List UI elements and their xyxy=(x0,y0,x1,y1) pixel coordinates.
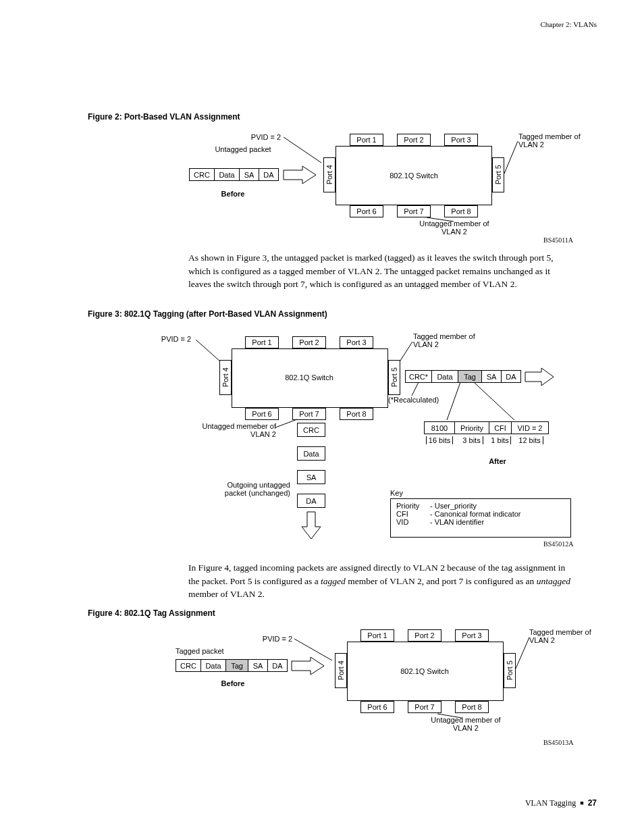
port6: Port 6 xyxy=(245,408,279,420)
vpkt-da: DA xyxy=(297,494,325,508)
figure-number: BS45012A xyxy=(543,540,573,548)
pkt-tag: Tag xyxy=(225,659,248,672)
port1: Port 1 xyxy=(360,629,394,642)
svg-line-9 xyxy=(474,382,514,420)
figure-number: BS45013A xyxy=(543,739,573,746)
svg-line-7 xyxy=(412,382,419,396)
body-paragraph-1: As shown in Figure 3, the untagged packe… xyxy=(188,251,573,291)
page-header: Chapter 2: VLANs xyxy=(540,20,597,28)
recalculated-label: (*Recalculated) xyxy=(388,396,456,404)
svg-line-5 xyxy=(400,342,412,361)
pktout-sa: SA xyxy=(481,370,502,383)
port4: Port 4 xyxy=(323,157,336,192)
port5: Port 5 xyxy=(388,360,400,395)
arrow-icon xyxy=(282,166,323,184)
untagged-member-label: Untagged memeber of VLAN 2 xyxy=(188,422,276,438)
line-icon xyxy=(504,141,519,175)
pkt-data: Data xyxy=(214,168,240,181)
bits-12: 12 bits xyxy=(511,436,549,444)
pkt-crc: CRC xyxy=(176,659,201,672)
figure3-caption: Figure 3: 802.1Q Tagging (after Port-Bas… xyxy=(88,309,327,319)
untagged-member-label: Untagged member of VLAN 2 xyxy=(410,219,498,236)
svg-line-13 xyxy=(294,639,332,660)
pkt-sa: SA xyxy=(239,168,259,181)
port7: Port 7 xyxy=(408,701,441,713)
pkt-da: DA xyxy=(259,168,279,181)
pvid-line xyxy=(284,137,324,178)
tagfield-vid: VID = 2 xyxy=(511,421,549,434)
figure-number: BS45011A xyxy=(543,236,573,244)
port3: Port 3 xyxy=(455,629,489,642)
pkt-data: Data xyxy=(200,659,226,672)
after-label: After xyxy=(481,457,514,465)
untagged-packet-label: Untagged packet xyxy=(206,145,280,153)
port2: Port 2 xyxy=(292,336,326,348)
port8: Port 8 xyxy=(455,701,489,713)
pvid-label: PVID = 2 xyxy=(246,133,286,141)
port4: Port 4 xyxy=(335,653,347,688)
line-icon xyxy=(516,637,531,671)
svg-line-1 xyxy=(284,137,321,163)
svg-line-2 xyxy=(504,141,518,174)
switch-label: 802.1Q Switch xyxy=(370,172,458,180)
switch-label: 802.1Q Switch xyxy=(265,373,353,382)
pktout-da: DA xyxy=(501,370,521,383)
svg-marker-11 xyxy=(302,512,321,539)
vpkt-data: Data xyxy=(297,446,325,461)
line-icon xyxy=(275,419,299,429)
arrow-icon xyxy=(524,368,558,386)
svg-marker-0 xyxy=(284,166,316,184)
tagged-packet-label: Tagged packet xyxy=(176,647,243,655)
svg-line-14 xyxy=(516,637,529,669)
port8: Port 8 xyxy=(340,408,373,420)
line-icon xyxy=(196,340,223,367)
port6: Port 6 xyxy=(360,701,394,713)
tagged-member-label: Tagged member of VLAN 2 xyxy=(518,132,593,149)
tagfield-cfi: CFI xyxy=(489,421,512,434)
svg-marker-12 xyxy=(292,657,324,675)
key-title: Key xyxy=(390,489,417,497)
outgoing-label: Outgoing untagged packet (unchanged) xyxy=(209,481,290,497)
svg-line-4 xyxy=(196,340,220,361)
port3: Port 3 xyxy=(444,134,478,146)
port5: Port 5 xyxy=(492,157,504,192)
bits-1: 1 bits xyxy=(487,436,513,444)
line-icon xyxy=(412,382,425,397)
pvid-label: PVID = 2 xyxy=(257,635,298,643)
port2: Port 2 xyxy=(408,629,441,642)
figure4-caption: Figure 4: 802.1Q Tag Assignment xyxy=(88,608,215,618)
port5: Port 5 xyxy=(504,653,516,688)
fanout-lines xyxy=(447,382,514,423)
vpkt-sa: SA xyxy=(297,470,325,484)
tagfield-priority: Priority xyxy=(454,421,489,434)
port6: Port 6 xyxy=(350,205,383,217)
before-label: Before xyxy=(213,679,253,687)
bits-16: 16 bits xyxy=(424,436,455,444)
port2: Port 2 xyxy=(397,134,431,146)
down-arrow-icon xyxy=(302,511,321,540)
tagged-member-label: Tagged member of VLAN 2 xyxy=(529,628,603,644)
port4: Port 4 xyxy=(219,360,232,395)
pktout-crc: CRC* xyxy=(405,370,432,383)
pvid-label: PVID = 2 xyxy=(156,335,196,343)
vpkt-crc: CRC xyxy=(297,423,325,437)
bits-3: 3 bits xyxy=(454,436,489,444)
pktout-data: Data xyxy=(431,370,458,383)
port7: Port 7 xyxy=(292,408,326,420)
port1: Port 1 xyxy=(245,336,279,348)
pktout-tag: Tag xyxy=(458,370,482,383)
body-paragraph-2: In Figure 4, tagged incoming packets are… xyxy=(188,561,573,601)
pkt-crc: CRC xyxy=(189,168,215,181)
switch-label: 802.1Q Switch xyxy=(381,667,468,675)
port1: Port 1 xyxy=(350,134,383,146)
svg-line-10 xyxy=(275,419,297,427)
tagged-member-label: Tagged member of VLAN 2 xyxy=(413,332,487,348)
arrow-icon xyxy=(290,657,331,675)
line-icon xyxy=(294,639,335,666)
pkt-da: DA xyxy=(267,659,288,672)
port8: Port 8 xyxy=(444,205,478,217)
port7: Port 7 xyxy=(397,205,431,217)
port3: Port 3 xyxy=(340,336,373,348)
pkt-sa: SA xyxy=(248,659,268,672)
figure2-caption: Figure 2: Port-Based VLAN Assignment xyxy=(88,112,240,122)
